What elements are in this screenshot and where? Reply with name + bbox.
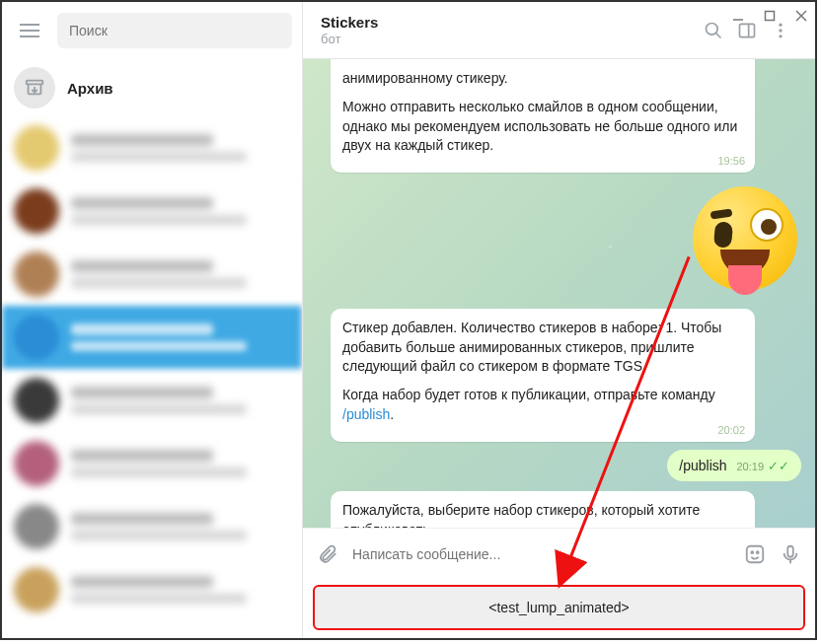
- search-input[interactable]: [69, 23, 280, 38]
- suggestion-text: <test_lump_animated>: [488, 600, 629, 615]
- message-time: 20:02: [717, 423, 745, 438]
- search-input-wrap[interactable]: [57, 13, 292, 48]
- message-time: 20:19: [736, 461, 764, 472]
- window-minimize[interactable]: [730, 8, 746, 24]
- chat-subtitle: бот: [321, 32, 697, 46]
- message-text: Можно отправить несколько смайлов в одно…: [342, 98, 743, 155]
- window-maximize[interactable]: [762, 8, 778, 24]
- message-input-bar: [303, 528, 815, 579]
- message-input[interactable]: [352, 546, 730, 562]
- svg-rect-7: [27, 81, 43, 85]
- archive-row[interactable]: Архив: [2, 59, 302, 116]
- attach-icon[interactable]: [317, 543, 338, 565]
- chat-list[interactable]: [2, 116, 302, 638]
- list-item[interactable]: [2, 495, 302, 558]
- message-incoming[interactable]: Пожалуйста, выберите набор стикеров, кот…: [331, 491, 755, 528]
- list-item[interactable]: [2, 179, 302, 243]
- list-item[interactable]: [2, 558, 302, 621]
- svg-point-14: [779, 35, 782, 37]
- svg-rect-1: [766, 12, 775, 21]
- svg-line-9: [716, 33, 721, 37]
- svg-rect-15: [747, 545, 764, 562]
- message-text: Пожалуйста, выберите набор стикеров, кот…: [342, 501, 743, 528]
- sticker-message[interactable]: [317, 186, 797, 291]
- sidebar: Архив: [2, 2, 303, 638]
- emoji-icon[interactable]: [744, 543, 766, 565]
- message-outgoing[interactable]: /publish 20:19 ✓✓: [667, 450, 801, 482]
- message-text: /publish: [679, 458, 726, 473]
- bot-suggestion-button[interactable]: <test_lump_animated>: [313, 585, 805, 630]
- svg-rect-10: [740, 24, 755, 36]
- list-item[interactable]: [2, 243, 302, 306]
- message-text: Стикер добавлен. Количество стикеров в н…: [342, 319, 743, 376]
- archive-label: Архив: [67, 80, 113, 97]
- list-item[interactable]: [2, 116, 302, 179]
- window-close[interactable]: [793, 8, 809, 24]
- message-incoming[interactable]: анимированному стикеру. Можно отправить …: [331, 59, 755, 173]
- chat-title: Stickers: [321, 14, 697, 31]
- chat-area[interactable]: анимированному стикеру. Можно отправить …: [303, 59, 815, 528]
- archive-icon: [14, 67, 55, 108]
- publish-link[interactable]: /publish: [342, 406, 390, 422]
- message-text: анимированному стикеру.: [342, 69, 743, 88]
- svg-point-16: [751, 551, 753, 553]
- svg-point-13: [779, 29, 782, 32]
- search-icon[interactable]: [697, 14, 730, 47]
- svg-rect-18: [787, 545, 793, 556]
- voice-icon[interactable]: [780, 543, 801, 565]
- svg-point-8: [707, 23, 718, 35]
- message-time: 19:56: [717, 154, 745, 169]
- list-item-selected[interactable]: [2, 306, 302, 369]
- message-incoming[interactable]: Стикер добавлен. Количество стикеров в н…: [331, 309, 755, 442]
- svg-point-17: [757, 551, 759, 553]
- list-item[interactable]: [2, 432, 302, 495]
- list-item[interactable]: [2, 369, 302, 432]
- read-checks-icon: ✓✓: [768, 459, 789, 473]
- menu-button[interactable]: [12, 13, 47, 48]
- message-text: Когда набор будет готов к публикации, от…: [342, 386, 743, 424]
- wink-tongue-emoji-icon: [693, 186, 797, 291]
